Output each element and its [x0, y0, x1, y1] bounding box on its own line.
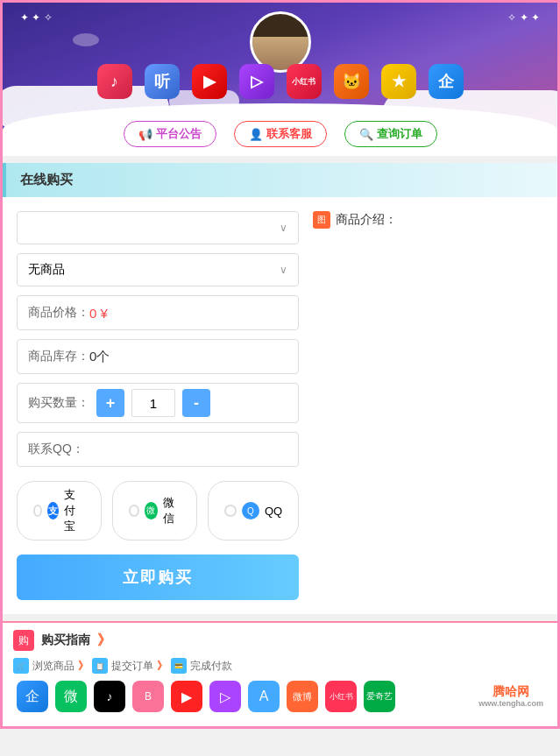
step-browse-label: 浏览商品: [32, 659, 74, 674]
app-icon-cat[interactable]: 🐱: [334, 64, 369, 99]
price-label: 商品价格：: [28, 305, 89, 321]
product-desc-title: 图 商品介绍：: [313, 211, 543, 229]
bottom-iqiyi-icon[interactable]: 爱奇艺: [364, 681, 395, 712]
qq-pay-icon: Q: [242, 502, 259, 519]
qty-label: 购买数量：: [28, 395, 89, 411]
bottom-apps-row: 企 微 ♪ B ▶ ▷ A 微博 小红书 爱奇艺 腾哈网 www.tengha.…: [13, 674, 547, 719]
announce-button[interactable]: 📢 平台公告: [124, 121, 216, 147]
bottom-video-icon[interactable]: ▶: [171, 681, 202, 712]
quantity-increase-button[interactable]: +: [96, 389, 124, 417]
section-title: 在线购买: [20, 172, 73, 187]
section-header: 在线购买: [3, 163, 557, 197]
stock-value: 0个: [89, 349, 110, 365]
price-value: 0 ¥: [89, 306, 108, 321]
star-decoration: ✦ ✦ ✧: [20, 11, 53, 24]
buy-now-button[interactable]: 立即购买: [17, 555, 299, 600]
product-desc-icon: 图: [313, 211, 330, 229]
app-icons-row: ♪ 听 ▶ ▷ 小红书 🐱 ★ 企: [3, 64, 557, 99]
category-dropdown[interactable]: ∨: [17, 211, 299, 244]
left-panel: ∨ 无商品 ∨ 商品价格： 0 ¥ 商品库存： 0个: [17, 211, 299, 600]
radio-wechat: [129, 505, 139, 517]
service-icon: 👤: [249, 128, 263, 141]
step-pay-label: 完成付款: [190, 659, 232, 674]
guide-icon: 购: [13, 630, 34, 651]
quantity-decrease-button[interactable]: -: [182, 389, 210, 417]
quantity-input[interactable]: [131, 389, 175, 417]
site-logo: 腾哈网 www.tengha.com: [478, 684, 543, 709]
payment-options-row: 支 支付宝 微 微信 Q QQ: [17, 481, 299, 541]
bottom-purple-icon[interactable]: ▷: [209, 681, 241, 712]
step-arrow: 》: [78, 659, 89, 674]
guide-title: 购买指南: [41, 632, 90, 648]
bottom-weibo-icon[interactable]: 微博: [287, 681, 318, 712]
quantity-row: 购买数量： + -: [17, 383, 299, 423]
logo-domain: www.tengha.com: [478, 699, 543, 709]
browse-icon: 🛒: [13, 658, 29, 674]
app-icon-video[interactable]: ▶: [192, 64, 227, 99]
bottom-wechat-icon[interactable]: 微: [55, 681, 87, 712]
guide-step-browse: 🛒 浏览商品: [13, 658, 74, 674]
stock-row: 商品库存： 0个: [17, 339, 299, 374]
wechat-label: 微信: [163, 495, 181, 526]
bottom-bilibili-icon[interactable]: B: [132, 681, 164, 712]
radio-alipay: [33, 505, 42, 517]
qq-label-pay: QQ: [265, 505, 282, 518]
announce-label: 平台公告: [156, 126, 202, 142]
bottom-app-icon[interactable]: A: [248, 681, 280, 712]
guide-steps: 🛒 浏览商品 》 📋 提交订单 》 💳 完成付款: [13, 658, 547, 674]
nav-buttons-row: 📢 平台公告 👤 联系客服 🔍 查询订单: [3, 121, 557, 147]
qq-label: 联系QQ：: [28, 442, 84, 457]
app-icon-star[interactable]: ★: [381, 64, 416, 99]
avatar-face: [252, 14, 308, 70]
qq-input[interactable]: [91, 442, 287, 456]
product-value: 无商品: [28, 262, 65, 278]
radio-qq: [224, 505, 237, 517]
step-order-label: 提交订单: [111, 659, 153, 674]
announce-icon: 📢: [138, 128, 152, 141]
order-button[interactable]: 🔍 查询订单: [344, 121, 437, 147]
buy-button-label: 立即购买: [123, 569, 193, 586]
footer-guide: 购 购买指南 》 🛒 浏览商品 》 📋 提交订单 》 💳 完成付款 企 微 ♪: [3, 621, 557, 726]
guide-header: 购 购买指南 》: [13, 630, 547, 651]
header-banner: ✦ ✦ ✧ ✧ ✦ ✦ ♪ 听 ▶ ▷ 小红书 🐱 ★ 企 📢 平台公告: [3, 3, 557, 156]
wechat-icon: 微: [145, 502, 158, 519]
guide-arrow: 》: [97, 632, 111, 650]
step-arrow2: 》: [157, 659, 167, 674]
right-panel: 图 商品介绍：: [313, 211, 543, 600]
avatar-hair: [252, 14, 308, 37]
service-label: 联系客服: [266, 126, 312, 142]
service-button[interactable]: 👤 联系客服: [234, 121, 327, 147]
product-dropdown[interactable]: 无商品 ∨: [17, 253, 299, 286]
main-content: 在线购买 ∨ 无商品 ∨ 商品价格： 0 ¥: [3, 163, 557, 614]
qq-row: 联系QQ：: [17, 432, 299, 467]
purchase-area: ∨ 无商品 ∨ 商品价格： 0 ¥ 商品库存： 0个: [3, 197, 557, 614]
bottom-tiktok-icon[interactable]: ♪: [94, 681, 125, 712]
star-decoration: ✧ ✦ ✦: [507, 11, 540, 24]
app-icon-purple[interactable]: ▷: [239, 64, 274, 99]
bottom-qq-icon[interactable]: 企: [17, 681, 48, 712]
stock-label: 商品库存：: [28, 349, 89, 364]
pay-icon: 💳: [171, 658, 187, 674]
payment-qq[interactable]: Q QQ: [208, 481, 299, 541]
product-desc-label: 商品介绍：: [336, 212, 397, 228]
order-icon: 📋: [92, 658, 108, 674]
app-icon-ting[interactable]: 听: [145, 64, 180, 99]
app-icon-qq[interactable]: 企: [429, 64, 464, 99]
app-icon-qmusic[interactable]: ♪: [97, 64, 132, 99]
guide-step-pay: 💳 完成付款: [171, 658, 232, 674]
alipay-label: 支付宝: [64, 487, 85, 534]
chevron-down-icon: ∨: [280, 264, 287, 276]
payment-alipay[interactable]: 支 支付宝: [17, 481, 102, 541]
logo-name: 腾哈网: [478, 684, 543, 699]
chevron-down-icon: ∨: [280, 222, 287, 234]
payment-wechat[interactable]: 微 微信: [112, 481, 197, 541]
app-icon-xiaohongshu[interactable]: 小红书: [287, 64, 322, 99]
price-row: 商品价格： 0 ¥: [17, 295, 299, 330]
alipay-icon: 支: [47, 502, 58, 519]
moon-decoration: [73, 33, 99, 46]
bottom-red-icon[interactable]: 小红书: [325, 681, 357, 712]
order-label: 查询订单: [377, 126, 422, 142]
guide-step-order: 📋 提交订单: [92, 658, 153, 674]
order-icon: 🔍: [359, 128, 373, 141]
